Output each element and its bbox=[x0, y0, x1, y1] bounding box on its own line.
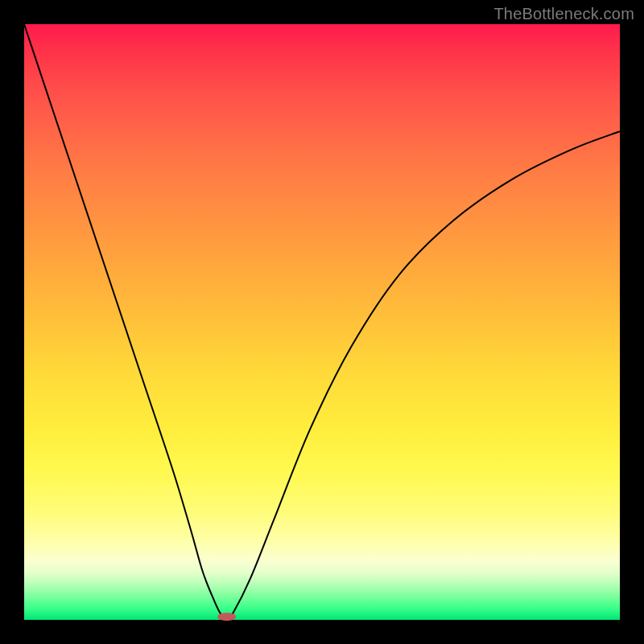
bottleneck-curve bbox=[24, 24, 620, 620]
curve-svg bbox=[24, 24, 620, 620]
watermark-text: TheBottleneck.com bbox=[493, 5, 634, 23]
plot-area bbox=[24, 24, 620, 620]
minimum-marker bbox=[217, 613, 237, 621]
chart-frame: TheBottleneck.com bbox=[0, 0, 644, 644]
